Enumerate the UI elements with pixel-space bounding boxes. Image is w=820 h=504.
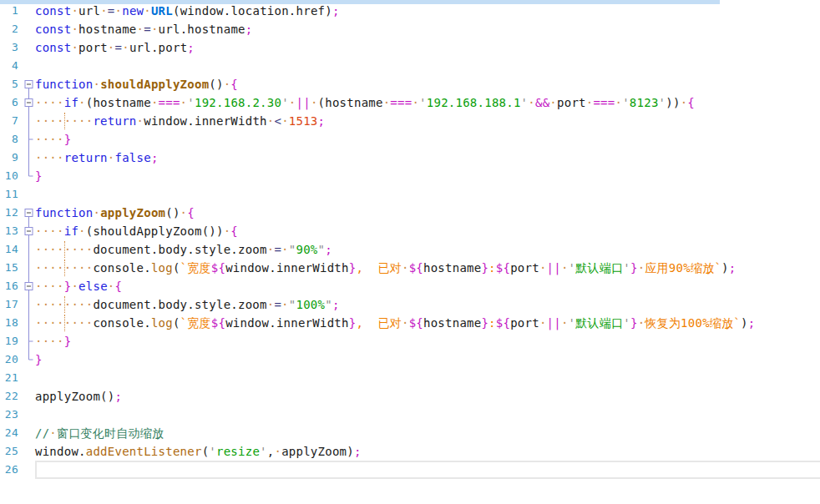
code-line[interactable]: 6····if·(hostname·===·'192.168.2.30'·||·…: [0, 93, 820, 112]
line-number[interactable]: 2: [0, 20, 22, 38]
line-number[interactable]: 17: [0, 295, 22, 314]
code-token: ·: [281, 298, 289, 311]
code-line[interactable]: 25window.addEventListener('resize',·appl…: [0, 442, 820, 461]
code-line[interactable]: 5function·shouldApplyZoom()·{: [0, 75, 820, 93]
code-line[interactable]: 10}: [0, 167, 820, 185]
code-line-content[interactable]: }: [35, 350, 820, 369]
code-line-content[interactable]: ········console.log(`宽度${window.innerWid…: [35, 259, 820, 277]
code-line-content[interactable]: const·url·=·new·URL(window.location.href…: [35, 2, 820, 20]
fold-collapse-icon[interactable]: [22, 277, 35, 295]
line-number[interactable]: 1: [0, 2, 22, 20]
code-line[interactable]: 4: [0, 57, 820, 75]
line-number[interactable]: 4: [0, 57, 22, 75]
code-line-content[interactable]: window.addEventListener('resize',·applyZ…: [35, 442, 820, 461]
code-line-content[interactable]: [35, 57, 820, 75]
line-number[interactable]: 24: [0, 424, 22, 442]
code-line-content[interactable]: const·hostname·=·url.hostname;: [35, 20, 820, 38]
fold-collapse-icon[interactable]: [22, 93, 35, 112]
line-number[interactable]: 7: [0, 112, 22, 130]
code-line-content[interactable]: ····}·else·{: [35, 277, 820, 295]
code-line-content[interactable]: ········document.body.style.zoom·=·"100%…: [35, 295, 820, 314]
code-line[interactable]: 22applyZoom();: [0, 387, 820, 406]
code-line[interactable]: 23: [0, 406, 820, 424]
code-line-content[interactable]: [35, 369, 820, 387]
code-editor[interactable]: 1const·url·=·new·URL(window.location.hre…: [0, 0, 820, 504]
code-token: }: [481, 261, 488, 275]
code-token: const: [35, 41, 71, 54]
code-line-content[interactable]: applyZoom();: [35, 387, 820, 406]
line-number[interactable]: 12: [0, 204, 22, 222]
line-number[interactable]: 25: [0, 442, 22, 461]
code-line-content[interactable]: ····}: [35, 332, 820, 350]
code-line[interactable]: 13····if·(shouldApplyZoom())·{: [0, 222, 820, 240]
line-number[interactable]: 9: [0, 149, 22, 167]
fold-collapse-icon[interactable]: [22, 75, 35, 93]
line-number[interactable]: 19: [0, 332, 22, 350]
code-area[interactable]: 1const·url·=·new·URL(window.location.hre…: [0, 2, 820, 479]
code-line[interactable]: 3const·port·=·url.port;: [0, 38, 820, 57]
line-number[interactable]: 8: [0, 130, 22, 149]
code-line-content[interactable]: //·窗口变化时自动缩放: [35, 424, 820, 442]
code-line[interactable]: 16····}·else·{: [0, 277, 820, 295]
line-number[interactable]: 15: [0, 259, 22, 277]
code-line-content[interactable]: ····if·(shouldApplyZoom())·{: [35, 222, 820, 240]
code-line[interactable]: 12function·applyZoom()·{: [0, 204, 820, 222]
fold-margin[interactable]: [22, 93, 35, 112]
line-number[interactable]: 26: [0, 461, 22, 479]
code-token: ;: [318, 114, 326, 128]
code-token: {: [230, 224, 238, 238]
code-line-content[interactable]: ····if·(hostname·===·'192.168.2.30'·||·(…: [35, 93, 820, 112]
code-line[interactable]: 8····}: [0, 130, 820, 149]
fold-collapse-icon[interactable]: [22, 222, 35, 240]
line-number[interactable]: 16: [0, 277, 22, 295]
code-line-content[interactable]: }: [35, 167, 820, 185]
code-line[interactable]: 9····return·false;: [0, 149, 820, 167]
caret-line-content[interactable]: [35, 461, 820, 479]
fold-margin[interactable]: [22, 204, 35, 222]
code-line[interactable]: 18········console.log(`宽度${window.innerW…: [0, 314, 820, 332]
line-number[interactable]: 6: [0, 93, 22, 112]
fold-margin[interactable]: [22, 222, 35, 240]
line-number[interactable]: 22: [0, 387, 22, 406]
code-line-content[interactable]: function·shouldApplyZoom()·{: [35, 75, 820, 93]
code-line[interactable]: 21: [0, 369, 820, 387]
fold-margin[interactable]: [22, 277, 35, 295]
line-number[interactable]: 10: [0, 167, 22, 185]
code-line-content[interactable]: function·applyZoom()·{: [35, 204, 820, 222]
code-token: ): [741, 316, 748, 330]
code-line-content[interactable]: [35, 406, 820, 424]
code-line[interactable]: 15········console.log(`宽度${window.innerW…: [0, 259, 820, 277]
code-token: {: [687, 96, 695, 109]
code-line-content[interactable]: ········console.log(`宽度${window.innerWid…: [35, 314, 820, 332]
code-token: 1513: [289, 114, 318, 128]
code-line[interactable]: 24//·窗口变化时自动缩放: [0, 424, 820, 442]
line-number[interactable]: 21: [0, 369, 22, 387]
code-line[interactable]: 11: [0, 185, 820, 204]
line-number[interactable]: 11: [0, 185, 22, 204]
line-number[interactable]: 20: [0, 350, 22, 369]
code-line[interactable]: 19····}: [0, 332, 820, 350]
line-number[interactable]: 23: [0, 406, 22, 424]
code-line-content[interactable]: ····return·false;: [35, 149, 820, 167]
fold-collapse-icon[interactable]: [22, 204, 35, 222]
code-line[interactable]: 26: [0, 461, 820, 479]
code-line-content[interactable]: const·port·=·url.port;: [35, 38, 820, 57]
line-number[interactable]: 3: [0, 38, 22, 57]
line-number[interactable]: 18: [0, 314, 22, 332]
code-line[interactable]: 14········document.body.style.zoom·=·"90…: [0, 240, 820, 259]
code-line-content[interactable]: ····}: [35, 130, 820, 149]
code-line[interactable]: 2const·hostname·=·url.hostname;: [0, 20, 820, 38]
code-line-content[interactable]: ········document.body.style.zoom·=·"90%"…: [35, 240, 820, 259]
code-token: ·: [78, 224, 86, 238]
code-line[interactable]: 1const·url·=·new·URL(window.location.hre…: [0, 2, 820, 20]
code-line-content[interactable]: ········return·window.innerWidth·<·1513;: [35, 112, 820, 130]
code-line[interactable]: 20}: [0, 350, 820, 369]
code-line[interactable]: 17········document.body.style.zoom·=·"10…: [0, 295, 820, 314]
fold-margin[interactable]: [22, 75, 35, 93]
line-number[interactable]: 14: [0, 240, 22, 259]
indent-guide: [64, 296, 65, 313]
code-line[interactable]: 7········return·window.innerWidth·<·1513…: [0, 112, 820, 130]
line-number[interactable]: 5: [0, 75, 22, 93]
line-number[interactable]: 13: [0, 222, 22, 240]
code-line-content[interactable]: [35, 185, 820, 204]
